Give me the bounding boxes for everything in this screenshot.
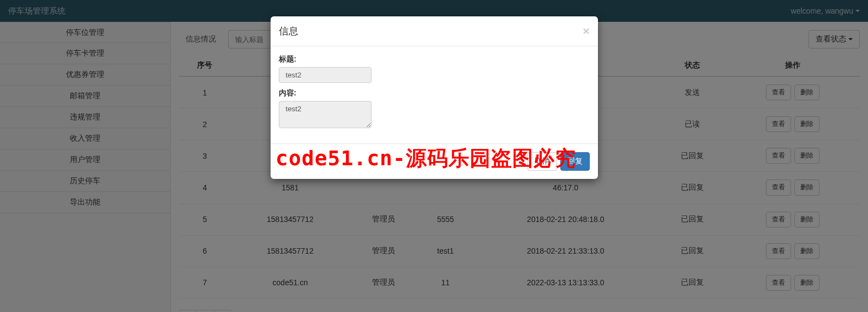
info-modal: 信息 × 标题: 内容: 取消 回复 bbox=[271, 16, 598, 179]
reply-button[interactable]: 回复 bbox=[560, 152, 590, 171]
field-content-textarea[interactable] bbox=[279, 101, 372, 128]
modal-title: 信息 bbox=[279, 25, 298, 38]
field-title-input[interactable] bbox=[279, 67, 372, 83]
modal-footer: 取消 回复 bbox=[271, 143, 598, 179]
field-title-label: 标题: bbox=[279, 55, 590, 64]
close-icon[interactable]: × bbox=[583, 25, 589, 38]
modal-body: 标题: 内容: bbox=[271, 46, 598, 143]
modal-header: 信息 × bbox=[271, 16, 598, 46]
field-content-label: 内容: bbox=[279, 88, 590, 98]
cancel-button[interactable]: 取消 bbox=[528, 152, 557, 171]
